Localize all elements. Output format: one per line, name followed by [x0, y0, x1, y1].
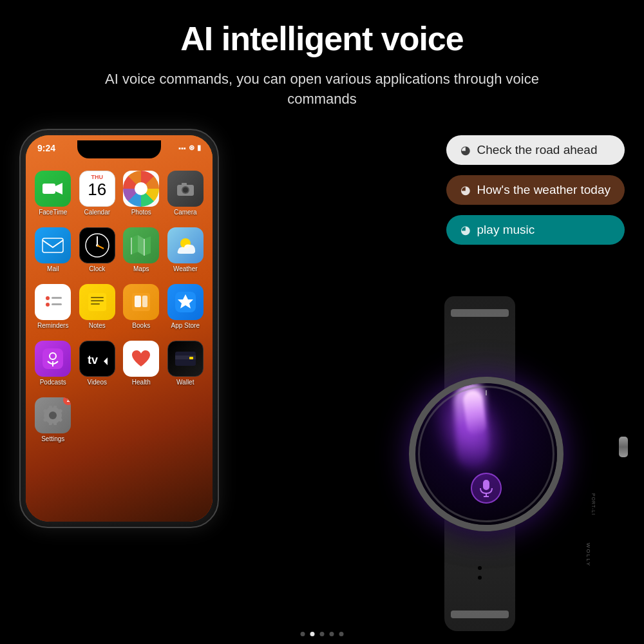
page-title: AI intelligent voice: [103, 19, 541, 58]
photos-icon: [123, 171, 159, 207]
app-appstore[interactable]: App Store: [166, 284, 205, 329]
watch-case: [409, 377, 564, 531]
podcasts-icon: [35, 341, 71, 377]
books-icon: [123, 284, 159, 320]
wifi-icon: ⊛: [189, 144, 194, 152]
photos-label: Photos: [131, 209, 151, 216]
status-time: 9:24: [37, 143, 55, 153]
svg-rect-19: [52, 303, 62, 305]
signal-icon: ▪▪▪: [178, 144, 186, 152]
tv-icon: tv: [79, 341, 115, 377]
svg-point-18: [46, 303, 50, 307]
app-photos[interactable]: Photos: [122, 171, 161, 216]
camera-label: Camera: [174, 209, 197, 216]
books-label: Books: [132, 322, 150, 329]
app-podcasts[interactable]: Podcasts: [33, 341, 73, 386]
voice-bubble-1: ◕ Check the road ahead: [446, 135, 625, 165]
bezel-tick-top: [486, 390, 487, 395]
dot-5[interactable]: [339, 632, 344, 636]
dot-1[interactable]: [301, 632, 305, 636]
appstore-icon: [167, 284, 204, 320]
svg-line-10: [97, 245, 104, 249]
app-books[interactable]: Books: [122, 284, 161, 329]
voice-bubble-text-1: Check the road ahead: [477, 143, 598, 157]
watch-face: [415, 383, 557, 525]
page-dots: [301, 632, 344, 636]
app-tv[interactable]: tv Videos: [78, 341, 117, 386]
maps-icon: [123, 227, 159, 263]
settings-badge: 2: [63, 397, 71, 405]
app-weather[interactable]: Weather: [166, 227, 205, 272]
health-label: Health: [132, 379, 151, 386]
watch-port-label: PORT-LI: [591, 493, 596, 515]
svg-text:tv: tv: [88, 354, 98, 366]
iphone-screen: 9:24 ▪▪▪ ⊛ ▮: [26, 135, 213, 522]
voice-bubble-3: ◕ play music: [446, 215, 625, 245]
wallet-label: Wallet: [176, 379, 194, 386]
svg-marker-1: [55, 183, 62, 194]
weather-icon: [167, 227, 204, 263]
dot-4[interactable]: [330, 632, 334, 636]
mail-icon: [35, 227, 71, 263]
dot-3[interactable]: [320, 632, 325, 636]
status-icons: ▪▪▪ ⊛ ▮: [178, 144, 201, 152]
svg-rect-20: [88, 293, 106, 311]
watch-crown: [619, 437, 628, 457]
appstore-label: App Store: [171, 322, 200, 329]
app-reminders[interactable]: Reminders: [33, 284, 73, 329]
voice-icon-1: ◕: [460, 143, 471, 157]
watch-container: Wolly PORT-LI: [386, 322, 631, 644]
strap-accent-1: [451, 309, 509, 317]
devices-section: 9:24 ▪▪▪ ⊛ ▮: [0, 116, 644, 644]
app-calendar[interactable]: THU 16 Calendar: [78, 171, 117, 216]
strap-hole-2: [478, 566, 482, 570]
notes-label: Notes: [89, 322, 106, 329]
weather-label: Weather: [173, 265, 198, 272]
svg-rect-17: [52, 297, 62, 299]
app-health[interactable]: Health: [122, 341, 161, 386]
calendar-icon: THU 16: [79, 171, 115, 207]
app-settings[interactable]: 2 Settings: [33, 397, 73, 442]
app-wallet[interactable]: Wallet: [166, 341, 205, 386]
settings-icon: 2: [35, 397, 71, 433]
page-subtitle: AI voice commands, you can open various …: [103, 70, 541, 109]
voice-bubble-text-3: play music: [477, 223, 535, 237]
notes-icon: [79, 284, 115, 320]
iphone-container: 9:24 ▪▪▪ ⊛ ▮: [19, 129, 219, 528]
svg-rect-36: [483, 480, 489, 490]
voice-bubbles: ◕ Check the road ahead ◕ How's the weath…: [446, 135, 625, 245]
svg-marker-12: [138, 235, 144, 256]
strap-accent-2: [451, 611, 509, 618]
svg-point-4: [183, 187, 188, 193]
voice-bubble-2: ◕ How's the weather today: [446, 175, 625, 205]
app-maps[interactable]: Maps: [122, 227, 161, 272]
camera-icon: [167, 171, 204, 207]
tv-label: Videos: [88, 379, 107, 386]
voice-icon-3: ◕: [460, 223, 471, 237]
facetime-label: FaceTime: [39, 209, 67, 216]
watch-brand: Wolly: [585, 543, 591, 567]
strap-hole: [478, 576, 482, 580]
app-facetime[interactable]: FaceTime: [33, 171, 73, 216]
reminders-label: Reminders: [37, 322, 68, 329]
page-container: AI intelligent voice AI voice commands, …: [0, 0, 644, 644]
reminders-icon: [35, 284, 71, 320]
voice-icon-2: ◕: [460, 183, 471, 197]
svg-rect-6: [43, 238, 63, 252]
watch-mic-indicator: [471, 473, 502, 504]
svg-rect-22: [91, 300, 104, 301]
app-notes[interactable]: Notes: [78, 284, 117, 329]
mail-label: Mail: [47, 265, 59, 272]
app-clock[interactable]: Clock: [78, 227, 117, 272]
svg-rect-0: [43, 184, 55, 194]
battery-icon: ▮: [197, 144, 201, 152]
health-icon: [123, 341, 159, 377]
maps-label: Maps: [133, 265, 149, 272]
dot-2[interactable]: [310, 632, 315, 636]
clock-icon: [79, 227, 115, 263]
calendar-label: Calendar: [84, 209, 110, 216]
settings-label: Settings: [41, 435, 64, 442]
app-camera[interactable]: Camera: [166, 171, 205, 216]
app-mail[interactable]: Mail: [33, 227, 73, 272]
svg-rect-21: [91, 297, 104, 298]
